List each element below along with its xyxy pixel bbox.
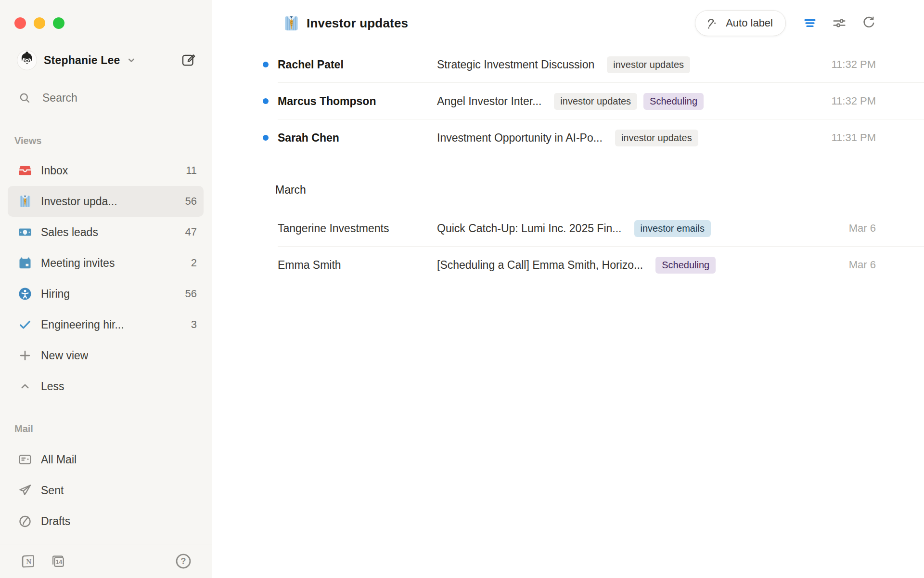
user-name: Stephanie Lee <box>44 54 120 67</box>
main-content: Investor updates Auto label Rachel Patel… <box>212 0 924 578</box>
sidebar-item-count: 56 <box>185 195 197 208</box>
email-time: Mar 6 <box>839 259 876 271</box>
sidebar-item-inbox[interactable]: Inbox 11 <box>8 155 204 186</box>
checkmark-icon <box>18 317 32 332</box>
email-badges: investor emails <box>634 220 711 237</box>
email-sender: Emma Smith <box>278 259 437 272</box>
svg-text:N: N <box>26 558 31 565</box>
auto-label-button-label: Auto label <box>726 17 773 29</box>
zoom-window-button[interactable] <box>53 17 64 29</box>
date-group-header: March <box>212 173 924 203</box>
sliders-icon[interactable] <box>832 15 847 31</box>
search-label: Search <box>42 92 77 105</box>
sidebar-item-label: Hiring <box>41 288 70 301</box>
label-badge[interactable]: Scheduling <box>643 93 704 110</box>
compose-icon[interactable] <box>181 53 195 67</box>
sidebar-item-investor-updates[interactable]: Investor upda... 56 <box>8 186 204 217</box>
sidebar-item-label: Sent <box>41 484 64 497</box>
email-row[interactable]: Emma Smith [Scheduling a Call] Emma Smit… <box>212 247 924 283</box>
necktie-icon <box>18 194 32 209</box>
email-badges: investor updates <box>607 56 690 73</box>
email-time: 11:32 PM <box>821 95 876 107</box>
sidebar-item-label: Investor upda... <box>41 195 117 208</box>
email-subject: Strategic Investment Discussion <box>437 58 594 71</box>
sidebar: Stephanie Lee Search Views Inbox 11 Inve… <box>0 0 212 578</box>
refresh-icon[interactable] <box>861 15 876 31</box>
label-badge[interactable]: investor updates <box>615 130 698 146</box>
sidebar-item-label: New view <box>41 349 88 362</box>
window-controls <box>0 0 212 29</box>
email-subject: [Scheduling a Call] Emma Smith, Horizo..… <box>437 259 643 272</box>
search-icon <box>18 92 31 105</box>
sidebar-item-label: Less <box>41 380 64 393</box>
svg-text:14: 14 <box>56 559 63 565</box>
sidebar-footer: N 14 ? <box>0 544 212 578</box>
sidebar-item-drafts[interactable]: Drafts <box>8 506 204 537</box>
chevron-down-icon <box>125 54 138 66</box>
email-row[interactable]: Marcus Thompson Angel Investor Inter... … <box>212 83 924 119</box>
email-time: 11:32 PM <box>821 58 876 71</box>
email-list: Rachel Patel Strategic Investment Discus… <box>212 46 924 283</box>
sidebar-item-engineering-hiring[interactable]: Engineering hir... 3 <box>8 309 204 340</box>
email-row[interactable]: Tangerine Investments Quick Catch-Up: Lu… <box>212 210 924 247</box>
sidebar-item-label: Sales leads <box>41 226 98 239</box>
email-row[interactable]: Rachel Patel Strategic Investment Discus… <box>212 46 924 83</box>
banknote-icon <box>18 225 32 239</box>
plus-icon <box>18 348 32 363</box>
calendar-icon <box>18 256 32 270</box>
notion-logo-icon[interactable]: N <box>19 553 36 569</box>
page-title: Investor updates <box>307 16 408 31</box>
filter-icon[interactable] <box>802 15 818 31</box>
necktie-icon <box>282 14 300 32</box>
svg-text:?: ? <box>181 556 186 566</box>
account-switcher[interactable]: Stephanie Lee <box>0 50 212 71</box>
label-badge[interactable]: investor updates <box>554 93 637 110</box>
sidebar-item-sales-leads[interactable]: Sales leads 47 <box>8 217 204 248</box>
sidebar-item-label: All Mail <box>41 453 77 466</box>
mail-section-label: Mail <box>0 422 212 435</box>
new-view-button[interactable]: New view <box>8 340 204 371</box>
sidebar-item-meeting-invites[interactable]: Meeting invites 2 <box>8 248 204 278</box>
group-gap <box>212 203 924 210</box>
view-header: Investor updates Auto label <box>212 0 924 46</box>
unread-dot-icon <box>263 135 269 141</box>
views-list: Inbox 11 Investor upda... 56 Sales leads… <box>0 155 212 402</box>
sidebar-item-label: Engineering hir... <box>41 318 124 331</box>
email-badges: Scheduling <box>655 257 716 274</box>
email-row[interactable]: Sarah Chen Investment Opportunity in AI-… <box>212 119 924 156</box>
sidebar-item-all-mail[interactable]: All Mail <box>8 444 204 475</box>
sidebar-item-count: 56 <box>185 288 197 300</box>
help-icon[interactable]: ? <box>175 552 192 570</box>
minimize-window-button[interactable] <box>34 17 45 29</box>
less-button[interactable]: Less <box>8 371 204 402</box>
unread-dot-icon <box>263 62 269 67</box>
auto-label-button[interactable]: Auto label <box>695 10 786 36</box>
sidebar-item-label: Drafts <box>41 515 70 528</box>
close-window-button[interactable] <box>14 17 26 29</box>
sidebar-item-count: 47 <box>185 226 197 238</box>
mail-icon <box>18 452 32 467</box>
unread-dot-icon <box>263 98 269 104</box>
sidebar-item-label: Meeting invites <box>41 257 115 270</box>
email-sender: Tangerine Investments <box>278 222 437 235</box>
email-subject: Investment Opportunity in AI-Po... <box>437 131 603 144</box>
label-badge[interactable]: investor updates <box>607 56 690 73</box>
email-sender: Rachel Patel <box>278 58 437 71</box>
mail-list: All Mail Sent Drafts <box>0 444 212 537</box>
sidebar-item-hiring[interactable]: Hiring 56 <box>8 278 204 309</box>
email-sender: Marcus Thompson <box>278 95 437 108</box>
label-badge[interactable]: investor emails <box>634 220 711 237</box>
email-subject: Quick Catch-Up: Lumi Inc. 2025 Fin... <box>437 222 622 235</box>
paper-plane-icon <box>18 483 32 498</box>
chevron-up-icon <box>18 379 32 394</box>
sidebar-item-count: 2 <box>191 257 197 269</box>
sidebar-item-sent[interactable]: Sent <box>8 475 204 506</box>
label-badge[interactable]: Scheduling <box>655 257 716 274</box>
notion-calendar-icon[interactable]: 14 <box>50 553 66 569</box>
pencil-circle-icon <box>18 514 32 528</box>
email-badges: investor updates Scheduling <box>554 93 704 110</box>
email-time: Mar 6 <box>839 222 876 235</box>
inbox-icon <box>18 163 32 178</box>
search-input[interactable]: Search <box>0 88 212 108</box>
app-window: Stephanie Lee Search Views Inbox 11 Inve… <box>0 0 924 578</box>
